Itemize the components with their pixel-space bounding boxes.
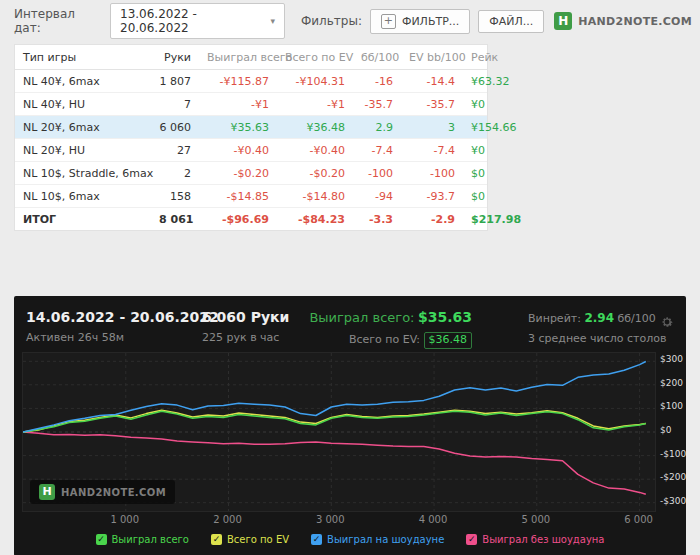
legend-label: Выиграл без шоудауна — [482, 534, 604, 545]
table-cell: -¥104.31 — [277, 75, 353, 88]
table-row[interactable]: ИТОГ8 061-$96.69-$84.23-3.3-2.9$217.98 — [15, 208, 487, 230]
table-cell: $0 — [463, 190, 493, 203]
hand2note-watermark: H HAND2NOTE.COM — [30, 480, 175, 504]
y-axis-label: $0 — [660, 425, 700, 435]
legend-label: Выиграл на шоудауне — [327, 534, 444, 545]
checkbox-checked-icon[interactable]: ✓ — [211, 534, 222, 545]
legend-label: Выиграл всего — [112, 534, 189, 545]
won-total-label: Выиграл всего: — [309, 310, 414, 325]
table-cell: 158 — [151, 190, 199, 203]
legend-item-total-ev[interactable]: ✓Всего по EV — [211, 534, 289, 545]
legend-label: Всего по EV — [227, 534, 289, 545]
session-winrate-block: Винрейт: 2.94 бб/100 3 среднее число сто… — [528, 310, 667, 347]
table-cell: ¥63.32 — [463, 75, 518, 88]
session-results-panel: 14.06.2022 - 20.06.2022 Активен 26ч 58м … — [14, 296, 686, 555]
table-cell: -3.3 — [353, 213, 401, 226]
y-axis-label: $100 — [660, 401, 700, 411]
add-filter-button-label: ФИЛЬТР... — [402, 15, 459, 28]
checkbox-checked-icon[interactable]: ✓ — [466, 534, 477, 545]
y-axis-label: $300 — [660, 354, 700, 364]
column-header[interactable]: бб/100 — [353, 51, 401, 64]
table-cell: NL 10$, Straddle, 6max — [15, 167, 151, 180]
checkbox-checked-icon[interactable]: ✓ — [311, 534, 322, 545]
x-axis-label: 6 000 — [619, 514, 659, 525]
table-cell: -35.7 — [401, 98, 463, 111]
table-cell: $217.98 — [463, 213, 529, 226]
table-cell: -¥0.40 — [199, 144, 277, 157]
y-axis-label: -$300 — [660, 496, 700, 506]
table-cell: -94 — [353, 190, 401, 203]
table-cell: -2.9 — [401, 213, 463, 226]
legend-item-won-no-showdown[interactable]: ✓Выиграл без шоудауна — [466, 534, 604, 545]
table-row[interactable]: NL 40¥, 6max1 807-¥115.87-¥104.31-16-14.… — [15, 70, 487, 93]
column-header[interactable]: Рейк — [463, 51, 506, 64]
hand2note-logo-icon: H — [554, 12, 572, 30]
table-cell: -$84.23 — [277, 213, 353, 226]
file-button[interactable]: ФАЙЛ... — [478, 10, 544, 33]
add-filter-button[interactable]: + ФИЛЬТР... — [370, 9, 470, 34]
table-cell: -100 — [353, 167, 401, 180]
table-cell: 1 807 — [151, 75, 199, 88]
table-cell: ИТОГ — [15, 213, 151, 226]
legend-item-won-showdown[interactable]: ✓Выиграл на шоудауне — [311, 534, 444, 545]
series-won-showdown — [23, 362, 646, 433]
won-total-value: $35.63 — [418, 309, 472, 325]
table-cell: ¥0 — [463, 98, 493, 111]
x-axis-label: 2 000 — [208, 514, 248, 525]
table-cell: 2.9 — [353, 121, 401, 134]
column-header[interactable]: Всего по EV — [277, 51, 353, 64]
column-header[interactable]: Руки — [151, 51, 199, 64]
table-cell: -7.4 — [401, 144, 463, 157]
session-hands-per-hour: 225 рук в час — [202, 331, 289, 346]
ev-total-value: $36.48 — [424, 332, 473, 349]
table-cell: NL 20¥, HU — [15, 144, 151, 157]
table-row[interactable]: NL 20¥, HU27-¥0.40-¥0.40-7.4-7.4¥0 — [15, 139, 487, 162]
column-header[interactable]: EV bb/100 — [401, 51, 463, 64]
y-axis-label: -$200 — [660, 472, 700, 482]
hand2note-logo-icon: H — [39, 484, 55, 500]
y-axis-label: $200 — [660, 378, 700, 388]
x-axis-label: 4 000 — [413, 514, 453, 525]
chart-legend: ✓Выиграл всего✓Всего по EV✓Выиграл на шо… — [14, 534, 686, 545]
table-row[interactable]: NL 10$, Straddle, 6max2-$0.20-$0.20-100-… — [15, 162, 487, 185]
table-cell: ¥154.66 — [463, 121, 525, 134]
table-header-row: Тип игры Руки Выиграл всего Всего по EV … — [15, 45, 487, 70]
table-cell: -¥0.40 — [277, 144, 353, 157]
table-cell: 3 — [401, 121, 463, 134]
date-range-value: 13.06.2022 - 20.06.2022 — [120, 7, 263, 35]
table-cell: 6 060 — [151, 121, 199, 134]
checkbox-checked-icon[interactable]: ✓ — [96, 534, 107, 545]
settings-gear-icon[interactable] — [660, 314, 674, 333]
table-cell: -35.7 — [353, 98, 401, 111]
session-winnings-block: Выиграл всего: $35.63 Всего по EV: $36.4… — [300, 308, 472, 349]
table-cell: NL 20¥, 6max — [15, 121, 151, 134]
x-axis-label: 5 000 — [516, 514, 556, 525]
table-cell: -93.7 — [401, 190, 463, 203]
table-cell: NL 40¥, HU — [15, 98, 151, 111]
table-cell: -¥115.87 — [199, 75, 277, 88]
table-cell: 2 — [151, 167, 199, 180]
table-row[interactable]: NL 10$, 6max158-$14.85-$14.80-94-93.7$0 — [15, 185, 487, 208]
column-header[interactable]: Выиграл всего — [199, 51, 277, 64]
table-cell: -7.4 — [353, 144, 401, 157]
table-cell: ¥35.63 — [199, 121, 277, 134]
toolbar: Интервал дат: 13.06.2022 - 20.06.2022 ▾ … — [14, 8, 692, 34]
table-cell: 7 — [151, 98, 199, 111]
file-button-label: ФАЙЛ... — [489, 15, 533, 28]
table-cell: -16 — [353, 75, 401, 88]
column-header[interactable]: Тип игры — [15, 51, 151, 64]
table-cell: -14.4 — [401, 75, 463, 88]
filters-label: Фильтры: — [301, 14, 362, 28]
table-row[interactable]: NL 40¥, HU7-¥1-¥1-35.7-35.7¥0 — [15, 93, 487, 116]
session-hands-count: 6 060 Руки — [202, 308, 289, 327]
table-cell: 8 061 — [151, 213, 199, 226]
session-hands-block: 6 060 Руки 225 рук в час — [202, 308, 289, 346]
session-active-time: Активен 26ч 58м — [26, 331, 219, 346]
winrate-value: 2.94 — [584, 311, 614, 325]
hand2note-brand-text: HAND2NOTE.COM — [578, 15, 692, 28]
table-row[interactable]: NL 20¥, 6max6 060¥35.63¥36.482.93¥154.66 — [15, 116, 487, 139]
table-cell: -¥1 — [277, 98, 353, 111]
table-body: NL 40¥, 6max1 807-¥115.87-¥104.31-16-14.… — [15, 70, 487, 230]
legend-item-won-total[interactable]: ✓Выиграл всего — [96, 534, 189, 545]
date-range-select[interactable]: 13.06.2022 - 20.06.2022 ▾ — [110, 3, 285, 39]
